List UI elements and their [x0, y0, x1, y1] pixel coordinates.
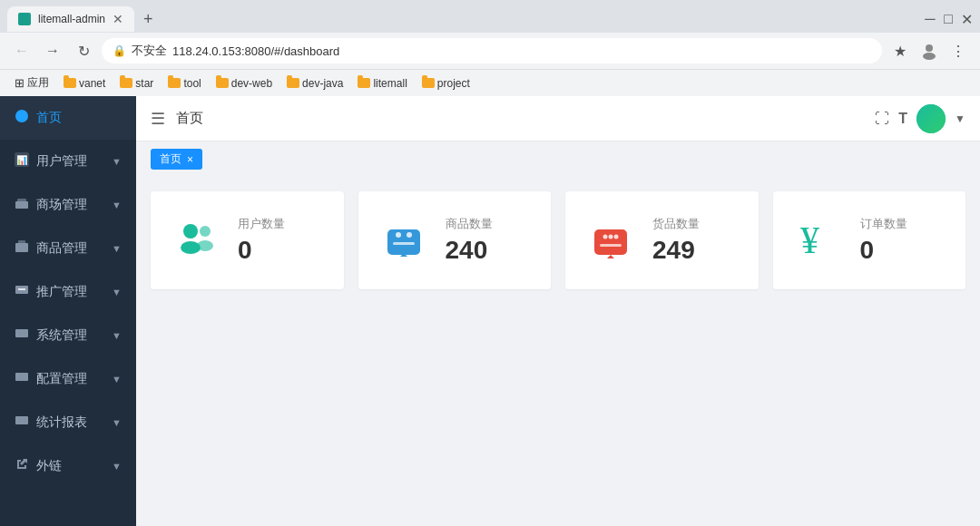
svg-point-0	[926, 44, 933, 52]
bookmark-label: litemall	[373, 77, 407, 90]
goods-stat-info: 商品数量 240	[446, 216, 493, 265]
breadcrumb-tag[interactable]: 首页 ×	[151, 149, 202, 170]
sidebar-item-stats[interactable]: 统计报表 ▼	[0, 401, 136, 444]
orders-stat-value: 0	[860, 236, 907, 265]
users-stat-label: 用户数量	[238, 216, 285, 232]
browser-chrome: litemall-admin ✕ + ─ □ ✕ ← → ↻ 🔒 不安全 118…	[0, 0, 980, 96]
promo-arrow-icon: ▼	[112, 287, 122, 297]
reload-button[interactable]: ↻	[71, 38, 96, 63]
bookmark-devweb[interactable]: dev-web	[211, 75, 278, 92]
sidebar-item-mall[interactable]: 商场管理 ▼	[0, 183, 136, 227]
svg-point-1	[923, 53, 936, 60]
config-arrow-icon: ▼	[112, 374, 122, 385]
address-bar[interactable]: 🔒 不安全 118.24.0.153:8080/#/dashboard	[102, 38, 882, 63]
browser-tabs: litemall-admin ✕ +	[7, 6, 159, 32]
bookmark-vanet[interactable]: vanet	[58, 75, 111, 92]
bookmark-label: dev-java	[302, 77, 343, 90]
header-bar: ☰ 首页 ⛶ T ▼	[136, 96, 980, 141]
minimize-button[interactable]: ─	[924, 13, 936, 25]
system-arrow-icon: ▼	[112, 330, 122, 341]
bookmark-litemall[interactable]: litemall	[352, 75, 412, 92]
svg-rect-12	[15, 373, 28, 381]
goods-stat-value: 240	[446, 236, 493, 265]
breadcrumb-close-icon[interactable]: ×	[187, 153, 193, 166]
hamburger-menu-button[interactable]: ☰	[151, 109, 165, 129]
sidebar-mall-label: 商场管理	[36, 197, 104, 213]
close-button[interactable]: ✕	[960, 13, 973, 25]
goods-stat-label: 商品数量	[446, 216, 493, 232]
products-stat-value: 249	[652, 236, 700, 265]
promo-icon	[15, 283, 29, 301]
sidebar-config-label: 配置管理	[36, 371, 104, 387]
stat-card-products: 货品数量 249	[565, 191, 759, 289]
sidebar-item-external[interactable]: 外链 ▼	[0, 444, 136, 488]
protocol-label: 不安全	[132, 43, 167, 59]
bookmark-star-button[interactable]: ★	[887, 38, 913, 63]
apps-label: 应用	[27, 75, 49, 91]
svg-rect-8	[18, 240, 25, 244]
goods-arrow-icon: ▼	[112, 243, 122, 254]
stat-card-orders: ¥ 订单数量 0	[773, 191, 966, 289]
user-profile-button[interactable]	[916, 38, 942, 63]
stats-arrow-icon: ▼	[112, 417, 122, 428]
user-mgmt-icon: 📊	[15, 152, 29, 170]
sidebar-item-promo[interactable]: 推广管理 ▼	[0, 270, 136, 314]
bookmark-project[interactable]: project	[416, 75, 475, 92]
external-icon	[15, 457, 29, 475]
svg-point-2	[15, 110, 28, 122]
svg-point-20	[407, 232, 412, 238]
menu-button[interactable]: ⋮	[946, 38, 971, 63]
forward-button[interactable]: →	[40, 38, 65, 63]
svg-text:¥: ¥	[800, 219, 819, 261]
bookmark-label: star	[135, 77, 153, 90]
svg-point-26	[614, 235, 619, 239]
svg-point-17	[197, 240, 213, 251]
stat-card-users: 用户数量 0	[151, 191, 344, 289]
goods-stat-icon	[377, 213, 431, 268]
fullscreen-button[interactable]: ⛶	[875, 111, 889, 127]
svg-marker-28	[607, 255, 614, 258]
security-icon: 🔒	[113, 44, 126, 57]
bookmark-devjava[interactable]: dev-java	[281, 75, 348, 92]
mall-arrow-icon: ▼	[112, 200, 122, 210]
folder-icon	[120, 78, 132, 88]
back-button[interactable]: ←	[9, 38, 34, 63]
sidebar-stats-label: 统计报表	[36, 414, 104, 431]
stats-icon	[15, 414, 29, 432]
breadcrumb-bar: 首页 ×	[136, 141, 980, 177]
folder-icon	[168, 78, 181, 88]
svg-rect-21	[393, 242, 415, 245]
window-controls: ─ □ ✕	[924, 13, 973, 25]
user-avatar[interactable]	[916, 104, 946, 133]
active-tab[interactable]: litemall-admin ✕	[7, 6, 134, 32]
svg-rect-27	[600, 244, 622, 247]
goods-icon	[15, 239, 29, 258]
sidebar-item-goods[interactable]: 商品管理 ▼	[0, 227, 136, 270]
tab-favicon	[18, 13, 31, 25]
home-icon	[15, 109, 29, 127]
dropdown-arrow-button[interactable]: ▼	[955, 112, 965, 125]
sidebar-item-system[interactable]: 系统管理 ▼	[0, 314, 136, 357]
font-size-button[interactable]: T	[898, 111, 907, 127]
breadcrumb-home-label: 首页	[160, 151, 181, 167]
apps-bookmark[interactable]: ⊞ 应用	[9, 73, 54, 93]
apps-grid-icon: ⊞	[15, 76, 24, 90]
app-container: 首页 📊 用户管理 ▼ 商场管理 ▼ 商品管理 ▼	[0, 96, 980, 526]
sidebar-item-config[interactable]: 配置管理 ▼	[0, 357, 136, 401]
system-icon	[15, 326, 29, 345]
bookmark-star[interactable]: star	[114, 75, 159, 92]
stats-grid: 用户数量 0	[151, 191, 965, 289]
new-tab-button[interactable]: +	[138, 8, 159, 31]
orders-stat-info: 订单数量 0	[860, 216, 907, 265]
bookmark-tool[interactable]: tool	[162, 75, 206, 92]
maximize-button[interactable]: □	[942, 13, 955, 25]
sidebar-external-label: 外链	[36, 458, 104, 474]
page-title: 首页	[176, 110, 203, 127]
svg-rect-13	[15, 416, 28, 424]
sidebar-item-home[interactable]: 首页	[0, 96, 136, 140]
url-text: 118.24.0.153:8080/#/dashboard	[172, 44, 339, 58]
tab-close-btn[interactable]: ✕	[113, 12, 123, 26]
tab-title: litemall-admin	[38, 13, 105, 25]
sidebar-goods-label: 商品管理	[36, 240, 104, 257]
sidebar-item-user[interactable]: 📊 用户管理 ▼	[0, 140, 136, 183]
